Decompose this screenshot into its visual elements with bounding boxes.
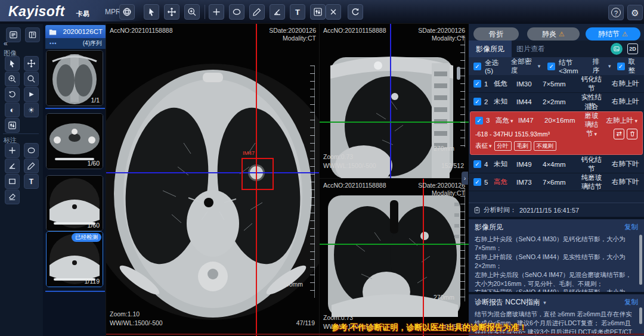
pan-tool-icon[interactable] <box>24 56 39 71</box>
ellipse-tool-icon[interactable] <box>229 4 244 20</box>
report-scrollbar-thumb[interactable] <box>639 307 642 324</box>
ellipse-tool-icon[interactable] <box>24 143 39 158</box>
density-dropdown[interactable]: 全部密度 <box>511 57 533 75</box>
rotate-left-icon[interactable] <box>5 87 20 102</box>
swap-compare-icon[interactable]: ⇄ <box>614 129 624 139</box>
checkbox-select-all[interactable]: ✓ <box>473 63 481 70</box>
pane-scrollbar-thumb[interactable] <box>457 67 460 80</box>
angle-tool-icon[interactable] <box>5 158 20 173</box>
nodule-location: 右肺下叶 <box>603 178 639 186</box>
pencil-tool-icon[interactable] <box>24 158 39 173</box>
crosshair-blue-horizontal[interactable] <box>106 172 320 173</box>
close-tool-icon[interactable] <box>326 4 341 20</box>
nodule-row-1[interactable]: ✓ 1 低危 IM30 7×5mm 钙化结节 右肺上叶 <box>469 75 644 93</box>
nodule-number: 2 <box>484 98 494 105</box>
pencil-measure-icon[interactable] <box>249 4 265 20</box>
subtab-label: 图片查看 <box>516 44 545 54</box>
nodule-grade: 低危 <box>494 79 516 88</box>
warning-icon: ⚠ <box>559 31 565 38</box>
subtab-findings[interactable]: 影像所见 <box>469 41 512 57</box>
crosshair-red-vertical[interactable] <box>423 179 424 336</box>
row-checkbox[interactable]: ✓ <box>475 117 483 125</box>
rotate-tool-icon[interactable] <box>348 4 363 20</box>
rectangle-tool-icon[interactable] <box>5 174 20 189</box>
crosshair-green-horizontal[interactable] <box>320 122 469 123</box>
app-logo-cn: 卡易 <box>76 10 89 18</box>
tab-pneumonia[interactable]: 肺炎 ⚠ <box>527 27 580 41</box>
crosshair-green-horizontal[interactable] <box>320 244 469 245</box>
nodule-row-4[interactable]: ✓ 4 未知 IM49 4×4mm 钙化结节 右肺下叶 <box>469 155 644 173</box>
nodule-grade-dropdown[interactable]: 高危▾ <box>496 116 518 125</box>
magnifier-icon[interactable] <box>24 71 39 86</box>
eraser-tool-icon[interactable] <box>5 189 20 204</box>
axial-ct-image <box>106 24 320 336</box>
trash-icon[interactable] <box>627 129 637 139</box>
row-checkbox[interactable]: ✓ <box>473 80 481 88</box>
image-preview-icon[interactable] <box>611 43 623 55</box>
mpr-3d-icon[interactable] <box>119 4 135 20</box>
nodule-row-2[interactable]: ✓ 2 未知 IM44 2×2mm 实性结节 右肺上叶 <box>469 93 644 111</box>
crosshair-blue-vertical[interactable] <box>390 24 391 179</box>
layout-grid-icon[interactable] <box>25 27 40 42</box>
angle-tool-icon[interactable] <box>270 4 285 20</box>
help-icon[interactable]: ? <box>608 5 624 20</box>
feature-dropdown[interactable]: 表征▾ <box>475 142 492 150</box>
left-tool-sidebar: « 图像 ◐ ☀ 标注 <box>0 24 43 336</box>
report-title[interactable]: 诊断报告 NCCN指南 ▾ <box>475 297 546 307</box>
tab-label: 肺炎 <box>542 29 556 39</box>
series-tab[interactable]: 20200126CT ••• (4)序列 <box>45 25 106 49</box>
checkbox-round[interactable]: ✓ <box>617 63 625 70</box>
subtab-pictures[interactable]: 图片查看 <box>509 41 552 57</box>
row-checkbox[interactable]: ✓ <box>473 98 481 105</box>
row-checkbox[interactable]: ✓ <box>473 178 481 186</box>
sort-dropdown[interactable]: 排序 <box>593 57 603 75</box>
copy-report-link[interactable]: 复制 <box>624 298 638 307</box>
crosshair-tool-icon[interactable] <box>5 143 20 158</box>
coronal-viewport[interactable]: AccNO:202101158888 SDate:20200126 Modali… <box>320 179 469 336</box>
tag-irregular: 不规则 <box>534 141 557 151</box>
row-checkbox[interactable]: ✓ <box>473 160 481 168</box>
tab-lung-nodule[interactable]: 肺结节 ⚠ <box>586 27 640 41</box>
nodule-location-dropdown[interactable]: 左肺上叶▾ <box>602 116 637 125</box>
contrast-icon[interactable]: ◐ <box>5 102 20 117</box>
crosshair-tool-icon[interactable] <box>209 4 224 20</box>
collapse-sidebar-icon[interactable]: « <box>4 39 8 48</box>
panel-collapse-handle[interactable]: › <box>462 172 468 185</box>
round-label[interactable]: 取整 <box>628 57 639 75</box>
settings-gear-icon[interactable]: ⚙ <box>627 5 643 20</box>
thumbnail-ct-selected[interactable]: 已经检测 1/119 <box>46 231 103 287</box>
nodule-roi-box[interactable] <box>242 158 274 190</box>
nodule-row-5[interactable]: ✓ 5 高危 IM73 7×6mm 纯磨玻璃结节 右肺下叶 <box>469 173 644 191</box>
brightness-icon[interactable]: ☀ <box>24 102 39 117</box>
series-more-dots[interactable]: ••• <box>49 41 57 46</box>
2d-mode-icon[interactable]: 2D <box>627 43 638 54</box>
thumbnail-xray[interactable]: 1/1 <box>46 50 103 106</box>
zoom-in-tool-icon[interactable] <box>184 4 200 20</box>
checkbox-small-nodule[interactable]: ✓ <box>547 63 555 70</box>
text-tool-icon[interactable]: T <box>24 174 39 189</box>
zoom-in-tool-icon[interactable] <box>5 71 20 86</box>
axial-viewport[interactable]: IM47 AccNO:202101158888 SDate:20200126 M… <box>106 24 320 336</box>
copy-findings-link[interactable]: 复制 <box>624 223 638 232</box>
adjust-levels-icon[interactable] <box>310 4 326 20</box>
thumbnail-ct-1[interactable]: 1/60 <box>46 113 103 169</box>
adjust-levels-icon[interactable] <box>5 118 20 133</box>
cursor-tool-icon[interactable] <box>5 56 20 71</box>
coronal-ct-image <box>320 179 469 336</box>
layout-list-icon[interactable] <box>6 27 21 42</box>
nodule-row-3-selected[interactable]: ✓ 3 高危▾ IM47 20×16mm 混合磨玻璃结节▾ 左肺上叶▾ -618… <box>470 111 643 155</box>
sagittal-viewport[interactable]: AccNO:202101158888 SDate:20200126 Modali… <box>320 24 469 179</box>
select-all-label[interactable]: 全选(5) <box>485 58 503 74</box>
cursor-tool-icon[interactable] <box>144 4 159 20</box>
play-export-icon[interactable] <box>24 87 39 102</box>
thumbnail-ct-2[interactable]: 1/60 <box>46 175 103 231</box>
pan-tool-icon[interactable] <box>164 4 179 20</box>
tab-fracture[interactable]: 骨折 <box>473 27 519 41</box>
small-nodule-label[interactable]: 结节<3mm <box>559 58 585 74</box>
text-tool-icon[interactable]: T <box>290 4 305 20</box>
findings-scrollbar-thumb[interactable] <box>639 235 642 285</box>
chevron-down-icon: ▾ <box>634 118 637 124</box>
nodule-list: ✓ 1 低危 IM30 7×5mm 钙化结节 右肺上叶 ✓ 2 未知 IM44 … <box>469 75 644 191</box>
nodule-type: 纯磨玻璃结节 <box>580 173 603 191</box>
slice-counter: 152/512 <box>441 162 464 170</box>
